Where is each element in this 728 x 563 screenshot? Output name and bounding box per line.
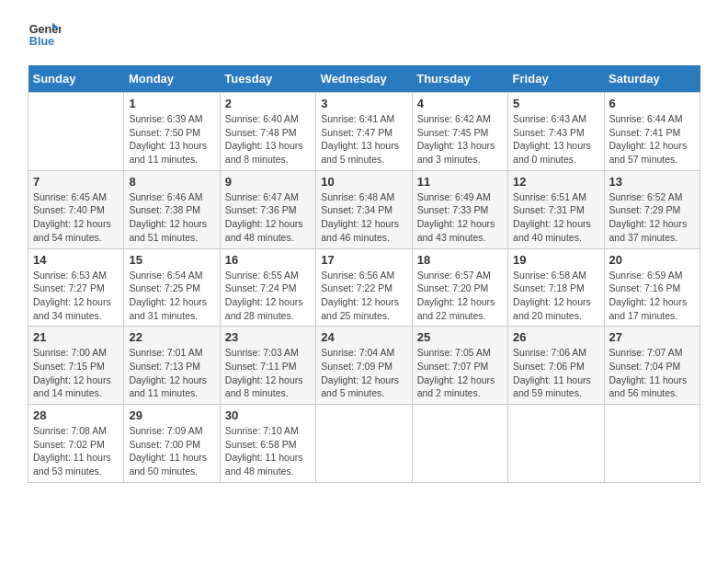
day-of-week-header: Thursday [412,65,507,93]
svg-text:Blue: Blue [29,35,54,48]
sun-info: Sunrise: 7:06 AMSunset: 7:06 PMDaylight:… [513,346,598,400]
day-number: 20 [609,253,695,267]
calendar-cell: 25Sunrise: 7:05 AMSunset: 7:07 PMDayligh… [412,327,507,405]
calendar-cell: 12Sunrise: 6:51 AMSunset: 7:31 PMDayligh… [508,170,604,248]
calendar-cell: 15Sunrise: 6:54 AMSunset: 7:25 PMDayligh… [124,248,220,327]
calendar-cell: 1Sunrise: 6:39 AMSunset: 7:50 PMDaylight… [124,93,220,171]
day-number: 7 [33,175,119,189]
calendar-week-row: 14Sunrise: 6:53 AMSunset: 7:27 PMDayligh… [28,248,700,327]
day-of-week-header: Wednesday [316,65,412,93]
calendar-cell: 23Sunrise: 7:03 AMSunset: 7:11 PMDayligh… [220,327,315,405]
sun-info: Sunrise: 6:55 AMSunset: 7:24 PMDaylight:… [225,269,311,323]
calendar-cell: 8Sunrise: 6:46 AMSunset: 7:38 PMDaylight… [124,170,220,248]
calendar-cell: 21Sunrise: 7:00 AMSunset: 7:15 PMDayligh… [28,327,124,405]
calendar-cell: 30Sunrise: 7:10 AMSunset: 6:58 PMDayligh… [220,405,315,483]
sun-info: Sunrise: 6:49 AMSunset: 7:33 PMDaylight:… [417,190,503,245]
day-number: 12 [513,175,598,189]
day-of-week-header: Saturday [604,65,700,93]
day-number: 24 [321,330,406,344]
day-number: 15 [129,253,214,267]
day-number: 30 [225,408,311,422]
calendar-cell: 18Sunrise: 6:57 AMSunset: 7:20 PMDayligh… [412,248,507,327]
calendar-cell: 5Sunrise: 6:43 AMSunset: 7:43 PMDaylight… [508,93,604,171]
day-number: 19 [513,253,598,267]
sun-info: Sunrise: 6:53 AMSunset: 7:27 PMDaylight:… [33,269,119,323]
day-of-week-header: Monday [124,65,220,93]
sun-info: Sunrise: 6:44 AMSunset: 7:41 PMDaylight:… [609,112,695,167]
sun-info: Sunrise: 6:47 AMSunset: 7:36 PMDaylight:… [225,190,311,245]
day-of-week-header: Tuesday [220,65,315,93]
sun-info: Sunrise: 6:48 AMSunset: 7:34 PMDaylight:… [321,190,406,245]
sun-info: Sunrise: 7:09 AMSunset: 7:00 PMDaylight:… [129,424,214,478]
sun-info: Sunrise: 7:03 AMSunset: 7:11 PMDaylight:… [225,346,311,400]
day-number: 22 [129,330,214,344]
calendar-cell: 9Sunrise: 6:47 AMSunset: 7:36 PMDaylight… [220,170,315,248]
day-number: 17 [321,253,406,267]
calendar-cell: 10Sunrise: 6:48 AMSunset: 7:34 PMDayligh… [316,170,412,248]
day-number: 28 [33,408,119,422]
calendar-cell: 14Sunrise: 6:53 AMSunset: 7:27 PMDayligh… [28,248,124,327]
sun-info: Sunrise: 6:52 AMSunset: 7:29 PMDaylight:… [609,190,695,245]
calendar-cell: 29Sunrise: 7:09 AMSunset: 7:00 PMDayligh… [124,405,220,483]
calendar-cell [316,405,412,483]
calendar-cell: 28Sunrise: 7:08 AMSunset: 7:02 PMDayligh… [28,405,124,483]
sun-info: Sunrise: 6:45 AMSunset: 7:40 PMDaylight:… [33,190,119,245]
calendar-cell [28,93,124,171]
calendar-cell: 26Sunrise: 7:06 AMSunset: 7:06 PMDayligh… [508,327,604,405]
calendar-cell [604,405,700,483]
day-number: 26 [513,330,598,344]
logo-icon: General Blue [28,18,61,52]
day-number: 29 [129,408,214,422]
sun-info: Sunrise: 7:10 AMSunset: 6:58 PMDaylight:… [225,424,311,478]
day-number: 16 [225,253,311,267]
calendar-cell [508,405,604,483]
day-of-week-header: Friday [508,65,604,93]
calendar-cell [412,405,507,483]
sun-info: Sunrise: 6:39 AMSunset: 7:50 PMDaylight:… [129,112,214,167]
sun-info: Sunrise: 6:42 AMSunset: 7:45 PMDaylight:… [417,112,503,167]
sun-info: Sunrise: 6:54 AMSunset: 7:25 PMDaylight:… [129,269,214,323]
sun-info: Sunrise: 7:08 AMSunset: 7:02 PMDaylight:… [33,424,119,478]
day-number: 4 [417,97,503,110]
sun-info: Sunrise: 7:01 AMSunset: 7:13 PMDaylight:… [129,346,214,400]
calendar-cell: 24Sunrise: 7:04 AMSunset: 7:09 PMDayligh… [316,327,412,405]
calendar-cell: 6Sunrise: 6:44 AMSunset: 7:41 PMDaylight… [604,93,700,171]
sun-info: Sunrise: 6:57 AMSunset: 7:20 PMDaylight:… [417,269,503,323]
sun-info: Sunrise: 6:59 AMSunset: 7:16 PMDaylight:… [609,269,695,323]
day-number: 6 [609,97,695,110]
calendar-cell: 20Sunrise: 6:59 AMSunset: 7:16 PMDayligh… [604,248,700,327]
calendar-week-row: 1Sunrise: 6:39 AMSunset: 7:50 PMDaylight… [28,93,700,171]
calendar-cell: 16Sunrise: 6:55 AMSunset: 7:24 PMDayligh… [220,248,315,327]
day-number: 8 [129,175,214,189]
day-number: 5 [513,97,598,110]
day-number: 9 [225,175,311,189]
calendar-week-row: 28Sunrise: 7:08 AMSunset: 7:02 PMDayligh… [28,405,700,483]
day-number: 1 [129,97,214,110]
calendar-cell: 2Sunrise: 6:40 AMSunset: 7:48 PMDaylight… [220,93,315,171]
sun-info: Sunrise: 6:43 AMSunset: 7:43 PMDaylight:… [513,112,598,167]
sun-info: Sunrise: 6:40 AMSunset: 7:48 PMDaylight:… [225,112,311,167]
day-number: 23 [225,330,311,344]
day-number: 3 [321,97,406,110]
day-number: 10 [321,175,406,189]
calendar-cell: 11Sunrise: 6:49 AMSunset: 7:33 PMDayligh… [412,170,507,248]
calendar-cell: 17Sunrise: 6:56 AMSunset: 7:22 PMDayligh… [316,248,412,327]
calendar-table: SundayMondayTuesdayWednesdayThursdayFrid… [28,65,700,483]
day-number: 18 [417,253,503,267]
logo: General Blue [28,18,61,52]
sun-info: Sunrise: 6:56 AMSunset: 7:22 PMDaylight:… [321,269,406,323]
sun-info: Sunrise: 7:05 AMSunset: 7:07 PMDaylight:… [417,346,503,400]
page-header: General Blue [28,18,700,52]
day-number: 21 [33,330,119,344]
sun-info: Sunrise: 6:41 AMSunset: 7:47 PMDaylight:… [321,112,406,167]
day-number: 14 [33,253,119,267]
calendar-cell: 27Sunrise: 7:07 AMSunset: 7:04 PMDayligh… [604,327,700,405]
day-number: 2 [225,97,311,110]
calendar-cell: 7Sunrise: 6:45 AMSunset: 7:40 PMDaylight… [28,170,124,248]
calendar-cell: 13Sunrise: 6:52 AMSunset: 7:29 PMDayligh… [604,170,700,248]
day-number: 27 [609,330,695,344]
calendar-cell: 4Sunrise: 6:42 AMSunset: 7:45 PMDaylight… [412,93,507,171]
sun-info: Sunrise: 7:04 AMSunset: 7:09 PMDaylight:… [321,346,406,400]
sun-info: Sunrise: 6:51 AMSunset: 7:31 PMDaylight:… [513,190,598,245]
day-number: 13 [609,175,695,189]
